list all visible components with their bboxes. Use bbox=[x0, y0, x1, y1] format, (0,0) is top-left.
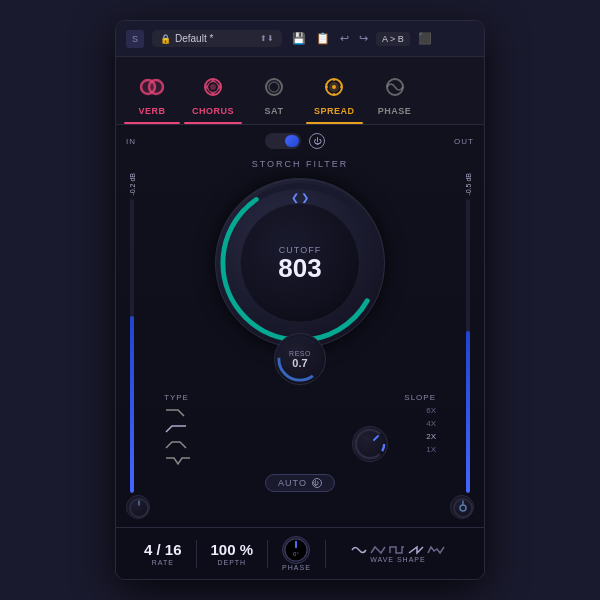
in-label: IN bbox=[126, 137, 136, 146]
type-slope-row: TYPE bbox=[144, 393, 456, 466]
copy-button[interactable]: 📋 bbox=[314, 30, 332, 47]
tab-phase[interactable]: PHASE bbox=[367, 65, 423, 124]
power-button[interactable]: ⏻ bbox=[309, 133, 325, 149]
svg-point-27 bbox=[460, 505, 466, 511]
tab-verb[interactable]: VERB bbox=[124, 65, 180, 124]
small-knob-arc bbox=[353, 426, 387, 462]
slope-6x[interactable]: 6X bbox=[426, 406, 436, 415]
preset-selector[interactable]: 🔒 Default * ⬆⬇ bbox=[152, 30, 282, 47]
input-meter: -0.2 dB bbox=[126, 153, 138, 493]
input-meter-track bbox=[130, 199, 134, 493]
type-options bbox=[164, 406, 194, 466]
type-section: TYPE bbox=[144, 393, 344, 466]
phase-knob-svg: 0° bbox=[283, 536, 309, 564]
input-meter-fill bbox=[130, 316, 134, 493]
svg-text:0°: 0° bbox=[294, 551, 299, 557]
meter-row: IN ⏻ OUT bbox=[126, 133, 474, 149]
preset-arrows-icon: ⬆⬇ bbox=[260, 34, 274, 43]
sat-label: SAT bbox=[265, 106, 284, 116]
wave-random-icon[interactable] bbox=[427, 544, 445, 556]
center-section: STORCH FILTER ❮ ❯ CUTOFF bbox=[144, 153, 456, 493]
tab-spread[interactable]: SPREAD bbox=[306, 65, 363, 124]
logo-icon: S bbox=[126, 30, 144, 48]
auto-row: AUTO ⏻ bbox=[265, 474, 335, 492]
toggle-switch[interactable] bbox=[265, 133, 301, 149]
reso-container: RESO 0.7 bbox=[274, 333, 326, 385]
rate-param: 4 / 16 RATE bbox=[130, 541, 196, 566]
svg-point-10 bbox=[332, 85, 336, 89]
filter-title: STORCH FILTER bbox=[252, 159, 349, 169]
tab-sat[interactable]: SAT bbox=[246, 65, 302, 124]
slope-label: SLOPE bbox=[404, 393, 436, 402]
chorus-label: CHORUS bbox=[192, 106, 234, 116]
corner-knob-right-arc bbox=[451, 496, 475, 520]
save-button[interactable]: 💾 bbox=[290, 30, 308, 47]
reso-knob[interactable]: RESO 0.7 bbox=[274, 333, 326, 385]
wave-icons bbox=[351, 544, 445, 556]
fx-tabs: VERB CHORUS SAT bbox=[116, 57, 484, 125]
slope-section: SLOPE 6X 4X 2X 1X bbox=[396, 393, 456, 466]
slope-options: 6X 4X 2X 1X bbox=[426, 406, 436, 454]
svg-line-23 bbox=[374, 436, 378, 440]
content-row: -0.2 dB STORCH FILTER bbox=[126, 153, 474, 493]
main-area: IN ⏻ OUT -0.2 dB STORCH FILTER bbox=[116, 125, 484, 527]
type-select-knob[interactable] bbox=[352, 426, 388, 462]
slope-2x[interactable]: 2X bbox=[426, 432, 436, 441]
type-label: TYPE bbox=[164, 393, 189, 402]
corner-knob-right[interactable] bbox=[450, 495, 474, 519]
svg-point-5 bbox=[210, 84, 216, 90]
auto-label: AUTO bbox=[278, 478, 307, 488]
auto-button[interactable]: AUTO ⏻ bbox=[265, 474, 335, 492]
bp-shape bbox=[164, 438, 194, 450]
depth-label: DEPTH bbox=[217, 559, 246, 566]
toggle-row: ⏻ bbox=[265, 133, 325, 149]
cutoff-value: 803 bbox=[278, 255, 321, 281]
slope-4x[interactable]: 4X bbox=[426, 419, 436, 428]
wave-shape-label: WAVE SHAPE bbox=[370, 556, 426, 563]
slope-1x[interactable]: 1X bbox=[426, 445, 436, 454]
cutoff-knob-container: ❮ ❯ CUTOFF 803 bbox=[210, 173, 390, 353]
reso-arc bbox=[275, 334, 325, 384]
sat-icon bbox=[258, 71, 290, 103]
type-lp[interactable] bbox=[164, 406, 194, 418]
wave-shape-section: WAVE SHAPE bbox=[326, 544, 470, 563]
lock-icon: 🔒 bbox=[160, 34, 171, 44]
wave-saw-icon[interactable] bbox=[408, 544, 424, 556]
out-level-value: -0.5 dB bbox=[465, 173, 472, 196]
chorus-indicator bbox=[184, 122, 242, 124]
wave-square-icon[interactable] bbox=[389, 544, 405, 556]
svg-point-3 bbox=[149, 80, 163, 94]
type-notch[interactable] bbox=[164, 454, 194, 466]
type-bp[interactable] bbox=[164, 438, 194, 450]
phase-label: PHASE bbox=[282, 564, 311, 571]
lp-shape bbox=[164, 406, 194, 418]
svg-point-7 bbox=[269, 82, 279, 92]
spread-label: SPREAD bbox=[314, 106, 355, 116]
type-hp[interactable] bbox=[164, 422, 194, 434]
toggle-thumb bbox=[285, 135, 299, 147]
undo-button[interactable]: ↩ bbox=[338, 30, 351, 47]
auto-power-icon: ⏻ bbox=[312, 478, 322, 488]
phase-param: 0° PHASE bbox=[268, 536, 325, 571]
plugin-window: S 🔒 Default * ⬆⬇ 💾 📋 ↩ ↪ A > B ⬛ VERB bbox=[115, 20, 485, 580]
tab-chorus[interactable]: CHORUS bbox=[184, 65, 242, 124]
phase-icon bbox=[379, 71, 411, 103]
depth-param: 100 % DEPTH bbox=[197, 541, 268, 566]
cutoff-knob-inner: CUTOFF 803 bbox=[240, 203, 360, 323]
notch-shape bbox=[164, 454, 194, 466]
phase-label: PHASE bbox=[378, 106, 412, 116]
phase-knob[interactable]: 0° bbox=[282, 536, 310, 564]
midi-button[interactable]: ⬛ bbox=[416, 30, 434, 47]
wave-sine-icon[interactable] bbox=[351, 544, 367, 556]
chorus-icon bbox=[197, 71, 229, 103]
spread-indicator bbox=[306, 122, 363, 124]
corner-knob-left[interactable] bbox=[126, 495, 150, 519]
verb-icon bbox=[136, 71, 168, 103]
bottom-bar: 4 / 16 RATE 100 % DEPTH 0° PHASE bbox=[116, 527, 484, 579]
wave-triangle-icon[interactable] bbox=[370, 544, 386, 556]
ab-compare-button[interactable]: A > B bbox=[376, 32, 410, 46]
rate-value: 4 / 16 bbox=[144, 541, 182, 558]
hp-shape bbox=[164, 422, 194, 434]
redo-button[interactable]: ↪ bbox=[357, 30, 370, 47]
cutoff-knob[interactable]: ❮ ❯ CUTOFF 803 bbox=[215, 178, 385, 348]
